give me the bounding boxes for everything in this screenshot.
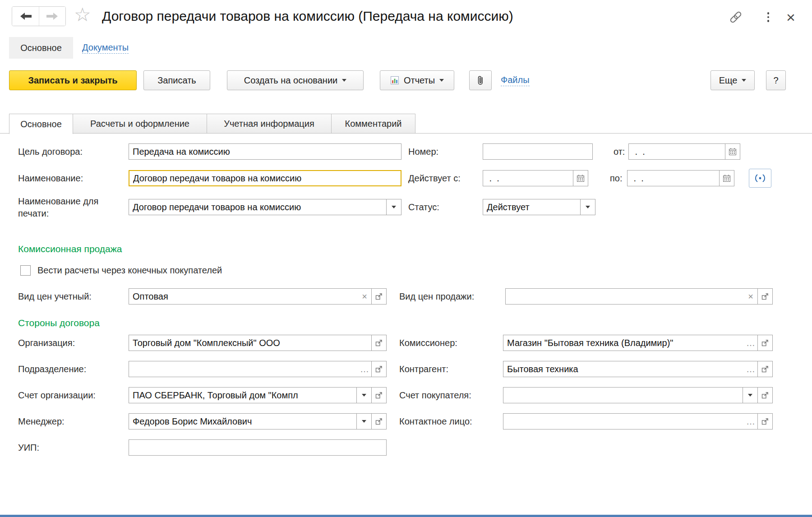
get-link-button[interactable]	[727, 9, 744, 25]
sale-price-kind-clear-button[interactable]: ×	[744, 289, 757, 304]
help-button[interactable]: ?	[766, 70, 786, 90]
manager-open-button[interactable]	[371, 414, 386, 429]
contractor-open-button[interactable]	[757, 361, 772, 377]
tab-comment[interactable]: Комментарий	[331, 114, 415, 134]
price-kind-input[interactable]	[129, 289, 358, 304]
kebab-menu-icon[interactable]	[760, 9, 777, 25]
commissioner-open-button[interactable]	[757, 335, 772, 351]
org-account-input[interactable]	[129, 388, 356, 403]
division-field[interactable]: …	[129, 361, 387, 377]
more-button[interactable]: Еще	[710, 70, 755, 90]
commissioner-choose-button[interactable]: …	[744, 335, 757, 351]
uip-field[interactable]	[129, 439, 387, 456]
goal-label: Цель договора:	[18, 143, 83, 160]
number-label: Номер:	[408, 143, 438, 160]
org-account-open-button[interactable]	[371, 388, 386, 403]
sale-price-kind-field[interactable]: ×	[505, 288, 773, 305]
open-form-icon	[761, 339, 769, 346]
open-form-icon	[375, 365, 383, 373]
status-label: Статус:	[408, 199, 439, 215]
tab-main[interactable]: Основное	[9, 114, 73, 134]
open-form-icon	[375, 339, 383, 346]
print-name-field[interactable]	[129, 199, 401, 215]
status-field[interactable]	[483, 199, 595, 215]
valid-to-field[interactable]	[627, 170, 734, 186]
doc-date-input[interactable]	[629, 144, 725, 159]
buyer-account-dropdown-button[interactable]	[743, 388, 757, 403]
save-button[interactable]: Записать	[143, 70, 210, 90]
create-based-on-button[interactable]: Создать на основании	[227, 70, 364, 90]
buyer-account-input[interactable]	[503, 388, 743, 403]
valid-to-input[interactable]	[627, 171, 719, 186]
sale-price-kind-open-button[interactable]	[757, 289, 772, 304]
status-dropdown-button[interactable]	[580, 199, 595, 215]
buyer-account-field[interactable]	[503, 387, 773, 403]
contact-person-open-button[interactable]	[757, 414, 772, 429]
valid-to-calendar-button[interactable]	[719, 171, 734, 186]
price-kind-open-button[interactable]	[371, 289, 386, 304]
settle-via-final-buyers-checkbox[interactable]	[20, 265, 31, 276]
valid-from-field[interactable]	[483, 170, 588, 186]
tab-accounting-info[interactable]: Учетная информация	[207, 114, 332, 134]
contractor-field[interactable]: …	[503, 361, 773, 377]
history-nav-group	[12, 6, 66, 26]
forward-button[interactable]	[39, 7, 65, 26]
commissioner-field[interactable]: …	[503, 335, 773, 351]
price-kind-clear-button[interactable]: ×	[358, 289, 371, 304]
buyer-account-open-button[interactable]	[757, 388, 772, 403]
org-account-dropdown-button[interactable]	[356, 388, 371, 403]
number-field[interactable]	[483, 143, 593, 160]
contact-person-choose-button[interactable]: …	[744, 414, 757, 429]
goal-input[interactable]	[129, 144, 401, 159]
open-form-icon	[375, 392, 383, 399]
manager-input[interactable]	[129, 414, 356, 429]
report-chart-icon	[390, 76, 399, 85]
print-name-dropdown-button[interactable]	[386, 199, 401, 215]
tab-settlements[interactable]: Расчеты и оформление	[73, 114, 207, 134]
validity-interval-button[interactable]	[749, 169, 771, 188]
close-icon: ×	[786, 9, 795, 25]
ellipsis-icon: …	[746, 417, 755, 426]
organization-field[interactable]	[129, 335, 387, 351]
reports-button[interactable]: Отчеты	[380, 70, 454, 90]
org-account-field[interactable]	[129, 387, 387, 403]
valid-from-label: Действует с:	[408, 170, 461, 186]
nav-item-main[interactable]: Основное	[9, 37, 73, 59]
uip-input[interactable]	[129, 440, 386, 455]
valid-from-calendar-button[interactable]	[573, 171, 588, 186]
back-arrow-icon	[19, 12, 32, 20]
manager-field[interactable]	[129, 413, 387, 429]
contact-person-field[interactable]: …	[503, 413, 773, 429]
save-and-close-button[interactable]: Записать и закрыть	[9, 70, 137, 90]
sale-price-kind-input[interactable]	[506, 289, 744, 304]
manager-dropdown-button[interactable]	[356, 414, 371, 429]
division-open-button[interactable]	[371, 361, 386, 377]
doc-date-calendar-button[interactable]	[725, 144, 740, 159]
name-field[interactable]	[129, 170, 401, 186]
valid-from-input[interactable]	[483, 171, 573, 186]
organization-open-button[interactable]	[371, 335, 386, 351]
price-kind-field[interactable]: ×	[129, 288, 387, 305]
contractor-input[interactable]	[503, 361, 744, 377]
commissioner-input[interactable]	[503, 335, 744, 351]
attachments-button[interactable]	[469, 70, 492, 90]
print-name-input[interactable]	[129, 199, 386, 215]
division-input[interactable]	[129, 361, 358, 377]
chevron-down-icon	[362, 394, 366, 397]
close-button[interactable]: ×	[782, 9, 799, 25]
number-input[interactable]	[483, 144, 592, 159]
back-button[interactable]	[12, 7, 39, 26]
doc-date-field[interactable]	[628, 143, 740, 160]
files-link[interactable]: Файлы	[501, 70, 530, 90]
contractor-choose-button[interactable]: …	[744, 361, 757, 377]
status-input[interactable]	[483, 199, 580, 215]
goal-field[interactable]	[129, 143, 401, 160]
favorite-star-icon[interactable]: ☆	[74, 4, 91, 26]
organization-input[interactable]	[129, 335, 371, 351]
uip-label: УИП:	[18, 439, 39, 456]
division-choose-button[interactable]: …	[358, 361, 371, 377]
nav-item-documents[interactable]: Документы	[82, 37, 129, 59]
contact-person-input[interactable]	[503, 414, 744, 429]
calendar-icon	[577, 174, 585, 182]
name-input[interactable]	[129, 171, 401, 185]
